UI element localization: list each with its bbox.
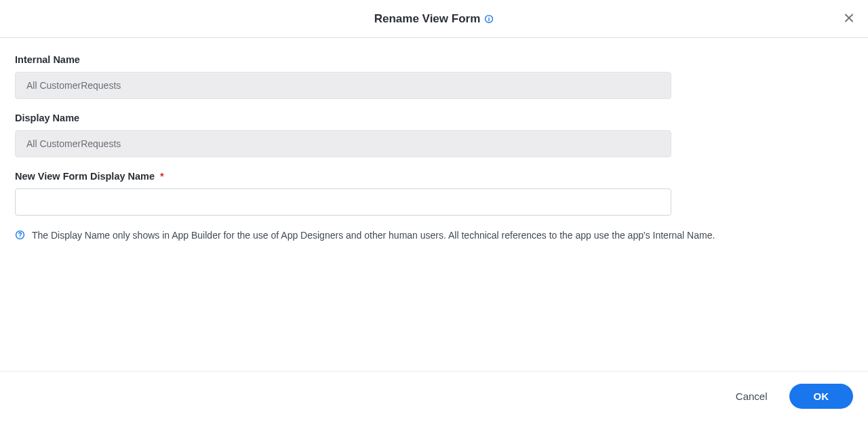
svg-point-2 [489,16,490,17]
modal-body: Internal Name Display Name New View Form… [0,38,868,371]
required-asterisk: * [160,171,164,182]
cancel-button[interactable]: Cancel [733,385,770,407]
new-display-name-field[interactable] [15,188,671,216]
info-text: The Display Name only shows in App Build… [32,229,715,243]
display-name-field [15,130,671,157]
info-icon[interactable] [484,14,494,24]
info-row: The Display Name only shows in App Build… [15,229,853,243]
svg-point-6 [20,237,20,237]
modal-footer: Cancel OK [0,371,868,421]
display-name-label: Display Name [15,113,853,123]
modal-title: Rename View Form [374,12,481,26]
close-button[interactable] [841,9,857,28]
form-group-new-display-name: New View Form Display Name * [15,171,853,216]
new-display-name-label: New View Form Display Name * [15,171,853,182]
form-group-internal-name: Internal Name [15,54,853,99]
help-icon [15,230,25,240]
modal-header: Rename View Form [0,0,868,38]
internal-name-label: Internal Name [15,54,853,65]
close-icon [844,12,854,25]
modal-title-wrap: Rename View Form [374,12,494,26]
form-group-display-name: Display Name [15,113,853,157]
ok-button[interactable]: OK [789,384,854,409]
new-display-name-label-text: New View Form Display Name [15,171,155,182]
internal-name-field [15,72,671,99]
